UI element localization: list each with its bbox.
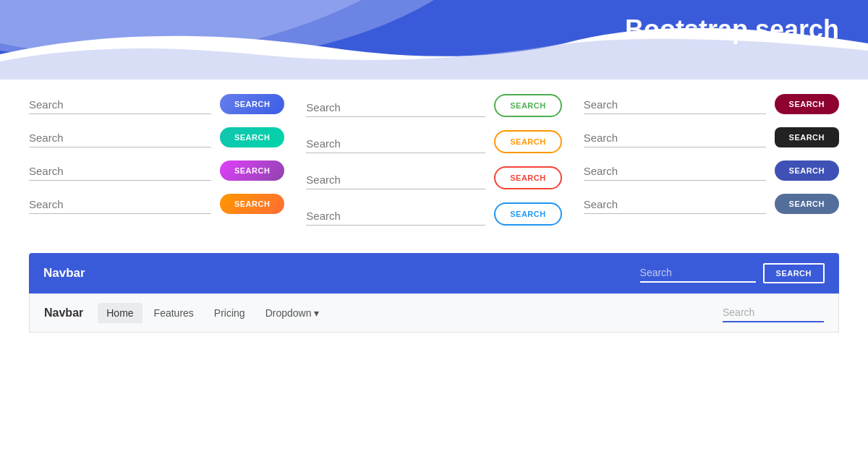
nav-link-1[interactable]: Features [145, 303, 203, 323]
search-input-wrap [29, 95, 211, 114]
search-input-wrap [29, 129, 211, 147]
search-row: SEARCH [584, 94, 839, 114]
search-input-wrap [584, 195, 766, 214]
search-row: SEARCH [584, 160, 839, 181]
search-button-r2c1[interactable]: SEARCH [220, 127, 284, 147]
search-button-r4c2[interactable]: SEARCH [494, 202, 561, 226]
navbar-light-search-group [723, 304, 824, 322]
nav-link-2[interactable]: Pricing [205, 303, 254, 323]
search-grid: SEARCHSEARCHSEARCHSEARCHSEARCHSEARCHSEAR… [29, 94, 839, 239]
search-button-r1c3[interactable]: SEARCH [775, 94, 839, 114]
navbar-dark-search-input[interactable] [640, 264, 756, 283]
search-input-r1c3[interactable] [584, 95, 766, 114]
search-input-r2c2[interactable] [306, 134, 485, 153]
search-row: SEARCH [584, 127, 839, 147]
search-input-r3c2[interactable] [306, 171, 485, 189]
search-column: SEARCHSEARCHSEARCHSEARCH [584, 94, 839, 239]
navbar-dark-search-button[interactable]: SEARCH [763, 263, 825, 283]
nav-links: HomeFeaturesPricingDropdown ▾ [98, 303, 723, 323]
search-column: SEARCHSEARCHSEARCHSEARCH [306, 94, 561, 239]
search-input-wrap [584, 95, 766, 114]
search-input-r4c3[interactable] [584, 195, 766, 214]
search-row: SEARCH [584, 194, 839, 214]
navbar-light: Navbar HomeFeaturesPricingDropdown ▾ [29, 294, 839, 333]
search-input-wrap [584, 129, 766, 147]
search-input-wrap [306, 134, 485, 153]
search-button-r1c2[interactable]: SEARCH [494, 94, 561, 117]
navbar-dark: Navbar SEARCH [29, 253, 839, 294]
search-input-r2c1[interactable] [29, 129, 211, 147]
navbar-light-brand: Navbar [44, 307, 83, 320]
navbar-dark-brand: Navbar [43, 266, 85, 280]
search-button-r2c3[interactable]: SEARCH [775, 127, 839, 147]
search-column: SEARCHSEARCHSEARCHSEARCH [29, 94, 284, 239]
search-button-r3c1[interactable]: SEARCH [220, 160, 284, 181]
header: Bootstrap search [0, 0, 868, 80]
nav-link-0[interactable]: Home [98, 303, 142, 323]
search-row: SEARCH [306, 202, 561, 226]
search-button-r3c2[interactable]: SEARCH [494, 166, 561, 189]
nav-link-3[interactable]: Dropdown ▾ [257, 303, 328, 323]
search-input-r4c2[interactable] [306, 207, 485, 226]
search-row: SEARCH [29, 94, 284, 114]
navbar-light-search-input[interactable] [723, 304, 824, 322]
search-input-wrap [306, 171, 485, 189]
main-content: SEARCHSEARCHSEARCHSEARCHSEARCHSEARCHSEAR… [0, 80, 868, 340]
search-input-r1c1[interactable] [29, 95, 211, 114]
search-input-wrap [306, 207, 485, 226]
search-row: SEARCH [306, 166, 561, 189]
search-row: SEARCH [29, 194, 284, 214]
search-input-r4c1[interactable] [29, 195, 211, 214]
search-button-r3c3[interactable]: SEARCH [775, 160, 839, 181]
search-input-r1c2[interactable] [306, 98, 485, 117]
search-input-r2c3[interactable] [584, 129, 766, 147]
search-row: SEARCH [29, 160, 284, 181]
search-row: SEARCH [306, 94, 561, 117]
navbar-section: Navbar SEARCH Navbar HomeFeaturesPricing… [29, 253, 839, 333]
search-button-r4c3[interactable]: SEARCH [775, 194, 839, 214]
search-input-wrap [584, 162, 766, 181]
search-row: SEARCH [306, 130, 561, 153]
search-input-wrap [29, 195, 211, 214]
search-button-r4c1[interactable]: SEARCH [220, 194, 284, 214]
search-input-r3c1[interactable] [29, 162, 211, 181]
search-button-r2c2[interactable]: SEARCH [494, 130, 561, 153]
navbar-dark-search-group: SEARCH [640, 263, 825, 283]
search-row: SEARCH [29, 127, 284, 147]
page-title: Bootstrap search [625, 14, 839, 45]
search-button-r1c1[interactable]: SEARCH [220, 94, 284, 114]
search-input-r3c3[interactable] [584, 162, 766, 181]
search-input-wrap [29, 162, 211, 181]
search-input-wrap [306, 98, 485, 117]
